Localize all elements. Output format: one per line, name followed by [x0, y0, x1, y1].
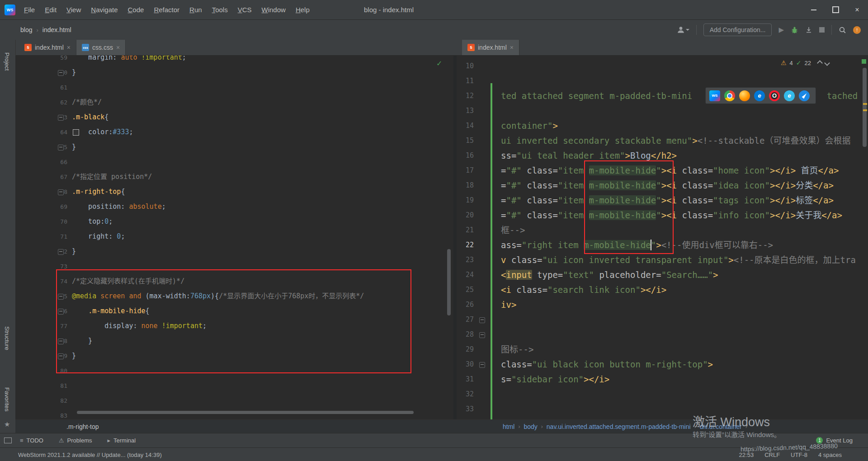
- line-number[interactable]: 14: [457, 118, 474, 133]
- code-line-70[interactable]: 70 top:0;: [15, 214, 453, 229]
- line-number[interactable]: 67: [15, 169, 67, 184]
- line-number[interactable]: 28: [457, 327, 474, 342]
- editor-tab-index.html[interactable]: 5index.html×: [19, 40, 76, 55]
- codewithme-button[interactable]: [677, 26, 689, 34]
- fold-marker-icon[interactable]: [58, 145, 64, 151]
- line-number[interactable]: 24: [457, 268, 474, 282]
- fold-marker-icon[interactable]: [58, 249, 64, 255]
- run-button[interactable]: ▶: [778, 26, 784, 34]
- code-line-25[interactable]: 25<i class="search link icon"></i>: [457, 282, 868, 297]
- fold-marker-icon[interactable]: [479, 362, 485, 368]
- breadcrumb-file[interactable]: index.html: [42, 26, 71, 33]
- code-line-66[interactable]: 66: [15, 155, 453, 169]
- code-line-61[interactable]: 61: [15, 80, 453, 95]
- line-number[interactable]: 61: [15, 80, 67, 95]
- favorites-star-icon[interactable]: ★: [4, 420, 10, 428]
- tab-close-icon[interactable]: ×: [67, 44, 71, 51]
- line-number[interactable]: 11: [457, 74, 474, 89]
- menu-tools[interactable]: Tools: [207, 6, 233, 14]
- code-line-59[interactable]: 59 margin: auto !important;: [15, 56, 453, 65]
- code-line-24[interactable]: 24<input type="text" placeholder="Search…: [457, 268, 868, 282]
- line-number[interactable]: 69: [15, 199, 67, 214]
- menu-view[interactable]: View: [61, 6, 86, 14]
- code-line-63[interactable]: 63.m-black{: [15, 110, 453, 125]
- fold-marker-icon[interactable]: [58, 70, 64, 76]
- fold-marker-icon[interactable]: [58, 115, 64, 121]
- line-number[interactable]: 31: [457, 372, 474, 387]
- webstorm-browser-icon[interactable]: WS: [709, 90, 720, 101]
- tool-window-switcher-icon[interactable]: [4, 437, 12, 443]
- add-configu ration-button[interactable]: Add Configuration...: [703, 24, 772, 36]
- fold-marker-icon[interactable]: [479, 332, 485, 338]
- indent-widget[interactable]: 4 spaces: [818, 452, 842, 458]
- sidebar-item-project[interactable]: Project: [4, 52, 10, 71]
- code-line-13[interactable]: 13: [457, 103, 868, 118]
- line-number[interactable]: 62: [15, 95, 67, 110]
- fold-marker-icon[interactable]: [479, 317, 485, 323]
- breadcrumb-item[interactable]: html: [503, 423, 514, 430]
- line-number[interactable]: 10: [457, 59, 474, 74]
- webstorm-logo-icon[interactable]: WS: [5, 5, 15, 15]
- tab-close-icon[interactable]: ×: [116, 44, 120, 51]
- encoding-widget[interactable]: UTF-8: [791, 452, 807, 458]
- sidebar-item-favorites[interactable]: Favorites: [4, 387, 10, 411]
- code-line-26[interactable]: 26iv>: [457, 297, 868, 312]
- line-number[interactable]: 18: [457, 178, 474, 193]
- line-number[interactable]: 71: [15, 229, 67, 244]
- line-number[interactable]: 20: [457, 208, 474, 223]
- menu-file[interactable]: File: [19, 6, 40, 14]
- menu-run[interactable]: Run: [184, 6, 207, 14]
- close-button[interactable]: ×: [846, 0, 868, 19]
- update-available-button[interactable]: ↑: [853, 26, 861, 34]
- code-line-72[interactable]: 72}: [15, 244, 453, 259]
- firefox-browser-icon[interactable]: [739, 90, 750, 101]
- line-number[interactable]: 13: [457, 103, 474, 118]
- menu-navigate[interactable]: Navigate: [86, 6, 123, 14]
- editor-splitter[interactable]: [453, 56, 457, 419]
- code-line-11[interactable]: 11: [457, 74, 868, 89]
- line-number[interactable]: 32: [457, 387, 474, 402]
- code-line-29[interactable]: 29图标-->: [457, 342, 868, 357]
- breadcrumb-project[interactable]: blog: [20, 26, 32, 33]
- line-number[interactable]: 81: [15, 378, 67, 393]
- css-breadcrumb[interactable]: .m-right-top: [66, 420, 99, 433]
- run-with-coverage-button[interactable]: [805, 26, 812, 33]
- line-number[interactable]: 22: [457, 238, 474, 253]
- line-number[interactable]: 15: [457, 133, 474, 148]
- sidebar-item-structure[interactable]: Structure: [4, 326, 10, 350]
- menu-window[interactable]: Window: [257, 6, 291, 14]
- line-number[interactable]: 12: [457, 89, 474, 103]
- line-number[interactable]: 33: [457, 402, 474, 417]
- code-line-31[interactable]: 31s="sidebar icon"></i>: [457, 372, 868, 387]
- menu-refactor[interactable]: Refactor: [149, 6, 184, 14]
- line-number[interactable]: 59: [15, 56, 67, 65]
- edge-browser-icon[interactable]: e: [754, 90, 765, 101]
- line-number[interactable]: 17: [457, 163, 474, 178]
- code-line-14[interactable]: 14container">: [457, 118, 868, 133]
- line-separator-widget[interactable]: CRLF: [764, 452, 780, 458]
- breadcrumb-item[interactable]: nav.ui.inverted.attached.segment.m-padde…: [547, 423, 691, 430]
- status-message[interactable]: WebStorm 2021.1.2 available // Update...…: [18, 448, 162, 461]
- opera-browser-icon[interactable]: O: [769, 90, 780, 101]
- next-problem-icon[interactable]: [824, 60, 830, 66]
- search-everywhere-button[interactable]: [839, 26, 846, 34]
- code-line-81[interactable]: 81: [15, 378, 453, 393]
- tool-window-button-problems[interactable]: ⚠Problems: [59, 437, 92, 444]
- code-line-30[interactable]: 30class="ui black icon button m-right-to…: [457, 357, 868, 372]
- line-number[interactable]: 83: [15, 408, 67, 419]
- line-number[interactable]: 23: [457, 253, 474, 268]
- editor-tab-index.html[interactable]: 5index.html×: [462, 40, 519, 55]
- code-line-62[interactable]: 62/*颜色*/: [15, 95, 453, 110]
- chrome-browser-icon[interactable]: [724, 90, 735, 101]
- menu-edit[interactable]: Edit: [40, 6, 61, 14]
- code-line-82[interactable]: 82: [15, 393, 453, 408]
- breadcrumb-item[interactable]: body: [524, 423, 537, 430]
- line-number[interactable]: 82: [15, 393, 67, 408]
- stop-button[interactable]: [819, 27, 825, 33]
- line-number[interactable]: 66: [15, 155, 67, 169]
- line-number[interactable]: 30: [457, 357, 474, 372]
- line-number[interactable]: 26: [457, 297, 474, 312]
- code-line-71[interactable]: 71 right: 0;: [15, 229, 453, 244]
- debug-button[interactable]: [791, 26, 798, 34]
- maximize-button[interactable]: [825, 0, 846, 19]
